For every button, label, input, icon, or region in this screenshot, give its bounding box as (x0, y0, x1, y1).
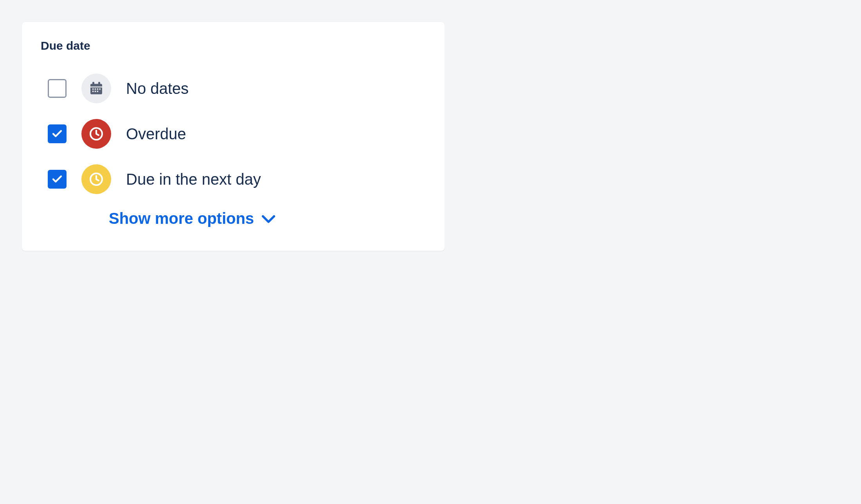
svg-rect-5 (95, 88, 96, 90)
svg-rect-7 (99, 88, 101, 90)
section-title: Due date (41, 39, 426, 52)
chevron-down-icon (261, 213, 276, 225)
checkbox-due-next-day[interactable] (48, 170, 67, 189)
check-icon (51, 173, 63, 185)
show-more-label: Show more options (109, 210, 254, 227)
checkbox-no-dates[interactable] (48, 79, 67, 98)
svg-rect-8 (92, 91, 94, 92)
option-row-due-next-day[interactable]: Due in the next day (48, 157, 426, 202)
svg-rect-4 (92, 88, 94, 90)
show-more-options-button[interactable]: Show more options (109, 210, 426, 227)
option-label: Due in the next day (126, 171, 261, 188)
option-row-no-dates[interactable]: No dates (48, 66, 426, 111)
calendar-icon (81, 74, 111, 103)
clock-icon (81, 119, 111, 149)
clock-icon (81, 164, 111, 194)
due-date-filter-card: Due date No dates (22, 22, 445, 251)
svg-rect-9 (95, 91, 96, 92)
option-row-overdue[interactable]: Overdue (48, 111, 426, 157)
check-icon (51, 128, 63, 140)
svg-rect-3 (90, 86, 102, 88)
svg-rect-6 (97, 88, 98, 90)
option-label: Overdue (126, 125, 186, 143)
checkbox-overdue[interactable] (48, 124, 67, 143)
option-label: No dates (126, 80, 189, 97)
svg-rect-10 (97, 91, 98, 92)
svg-rect-1 (92, 82, 94, 85)
svg-rect-2 (98, 82, 100, 85)
